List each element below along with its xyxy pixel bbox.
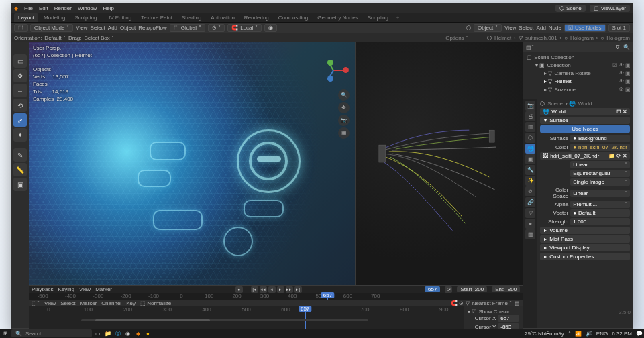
use-nodes-toggle[interactable]: ☑ Use Nodes bbox=[564, 24, 606, 32]
end-frame[interactable]: End 800 bbox=[492, 286, 520, 292]
crumb-scene[interactable]: Scene bbox=[547, 101, 563, 107]
tray-notif[interactable]: 💬 bbox=[636, 331, 643, 337]
section-mist[interactable]: ▸ Mist Pass bbox=[540, 235, 630, 243]
proportional-icon[interactable]: ◉ bbox=[264, 24, 277, 32]
ge-filter-icon[interactable]: ▤ bbox=[515, 300, 520, 306]
proj-dd[interactable]: Equirectangular˅ bbox=[570, 170, 630, 177]
hdri-file[interactable]: 🖼 hdri_scifi_07_2K.hdr📁 ⟳ ✕ bbox=[540, 152, 630, 160]
outliner-helmet[interactable]: ▸ ▽ Helmet👁 ▣ bbox=[525, 78, 631, 86]
jump-start-icon[interactable]: |◂ bbox=[251, 286, 258, 293]
shdr-select[interactable]: Select bbox=[519, 25, 533, 31]
vector-socket[interactable]: ● Default bbox=[570, 209, 630, 217]
outliner-filter-icon[interactable]: ∇ bbox=[616, 44, 619, 50]
chrome-icon[interactable]: ◉ bbox=[123, 329, 132, 338]
tab-modeling[interactable]: Modeling bbox=[40, 13, 69, 22]
frame-lock-icon[interactable]: ⟳ bbox=[445, 286, 452, 293]
tab-layout[interactable]: Layout bbox=[14, 13, 38, 22]
taskbar-search[interactable]: 🔍 Search bbox=[11, 329, 92, 337]
app-icon-2[interactable]: ● bbox=[144, 329, 152, 338]
outliner-camera[interactable]: ▸ ▽ Camera Rotate👁 ▣ bbox=[525, 70, 631, 78]
ptab-texture[interactable]: ▦ bbox=[525, 229, 535, 239]
slot-dd[interactable]: Slot 1 bbox=[608, 24, 630, 32]
transform-global[interactable]: ⬚ Global ˅ bbox=[170, 24, 205, 32]
tool-scale[interactable]: ⤢ bbox=[13, 113, 27, 127]
hdr-select[interactable]: Select bbox=[91, 25, 105, 31]
jump-end-icon[interactable]: ▸| bbox=[294, 286, 302, 293]
outliner-search-icon[interactable]: 🔍 bbox=[623, 44, 630, 50]
normalize-toggle[interactable]: ⬚ Normalize bbox=[140, 300, 171, 306]
imgsrc-dd[interactable]: Single Image˅ bbox=[570, 178, 630, 186]
strength-input[interactable]: 1.000 bbox=[570, 218, 630, 225]
ptab-data[interactable]: ▽ bbox=[525, 208, 535, 218]
tl-playback[interactable]: Playback bbox=[32, 286, 53, 292]
graph-scrollbar[interactable] bbox=[81, 319, 368, 321]
use-nodes-button[interactable]: Use Nodes bbox=[540, 125, 630, 133]
ptab-view[interactable]: ▥ bbox=[525, 122, 535, 132]
ge-marker[interactable]: Marker bbox=[80, 300, 97, 306]
menu-file[interactable]: File bbox=[24, 5, 33, 11]
tl-keying[interactable]: Keying bbox=[58, 286, 74, 292]
weather-widget[interactable]: 29°C Nhiều mây bbox=[525, 331, 564, 337]
nav-gizmo[interactable] bbox=[319, 56, 348, 85]
ge-channel[interactable]: Channel bbox=[101, 300, 121, 306]
scene-dropdown[interactable]: ⬡ Scene bbox=[555, 5, 586, 12]
ptab-output[interactable]: 🖨 bbox=[525, 111, 535, 121]
node-graph[interactable] bbox=[356, 42, 523, 285]
tray-clock[interactable]: 6:32 PM bbox=[612, 331, 632, 337]
outliner-scene[interactable]: ▢ Scene Collection bbox=[525, 54, 631, 62]
start-frame[interactable]: Start 200 bbox=[457, 286, 487, 292]
color-socket[interactable]: ● hdri_scifi_07_2K.hdr bbox=[570, 144, 630, 151]
ge-view[interactable]: View bbox=[44, 300, 56, 306]
taskview-icon[interactable]: ▭ bbox=[93, 329, 102, 338]
tab-sculpting[interactable]: Sculpting bbox=[71, 13, 101, 22]
camera-icon[interactable]: 📷 bbox=[338, 115, 350, 126]
ge-editor-icon[interactable]: ⬚˅ bbox=[32, 300, 40, 306]
blender-task-icon[interactable]: ◆ bbox=[133, 329, 142, 338]
tab-uv[interactable]: UV Editing bbox=[102, 13, 136, 22]
playhead[interactable]: 657 bbox=[327, 293, 328, 300]
orientation-dd[interactable]: Default ˅ bbox=[44, 35, 66, 41]
menu-window[interactable]: Window bbox=[78, 5, 97, 11]
timeline-ruler[interactable]: -500-400 -300-200 -1000 100200 300400 50… bbox=[29, 293, 523, 300]
tool-measure[interactable]: 📏 bbox=[13, 163, 27, 176]
persp-icon[interactable]: ▦ bbox=[338, 127, 350, 139]
tool-select[interactable]: ▭ bbox=[13, 54, 27, 68]
tl-marker[interactable]: Marker bbox=[95, 286, 112, 292]
start-icon[interactable]: ⊞ bbox=[1, 329, 10, 338]
tool-annotate[interactable]: ✎ bbox=[13, 148, 27, 162]
crumb-world[interactable]: World bbox=[578, 101, 592, 107]
ptab-world[interactable]: 🌐 bbox=[525, 144, 535, 154]
tab-compositing[interactable]: Compositing bbox=[274, 13, 312, 22]
menu-help[interactable]: Help bbox=[103, 5, 113, 11]
zoom-icon[interactable]: 🔍 bbox=[338, 89, 350, 101]
drag-dd[interactable]: Select Box ˅ bbox=[85, 35, 114, 41]
viewlayer-dropdown[interactable]: ▢ ViewLayer bbox=[590, 5, 630, 12]
tab-animation[interactable]: Animation bbox=[207, 13, 239, 22]
tray-sound[interactable]: 🔊 bbox=[586, 331, 592, 337]
autokey-icon[interactable]: ● bbox=[235, 286, 243, 293]
play-rev-icon[interactable]: ◂ bbox=[268, 286, 276, 293]
pan-icon[interactable]: ✥ bbox=[338, 102, 350, 113]
ptab-render[interactable]: 📷 bbox=[525, 101, 535, 111]
outliner-mode-icon[interactable]: ▤˅ bbox=[526, 44, 534, 50]
snap-dropdown[interactable]: 🧲 Local ˅ bbox=[227, 24, 262, 32]
prev-key-icon[interactable]: ◂◂ bbox=[260, 286, 267, 293]
shdr-view[interactable]: View bbox=[504, 25, 516, 31]
crumb-1[interactable]: suitmesh.001 bbox=[525, 35, 557, 41]
tray-wifi[interactable]: 📶 bbox=[575, 331, 582, 337]
viewport-options[interactable]: Options ˅ bbox=[445, 35, 468, 41]
tool-addcube[interactable]: ▣ bbox=[13, 178, 27, 191]
colorspace-dd[interactable]: Linear˅ bbox=[570, 190, 630, 197]
ptab-physics[interactable]: ⊚ bbox=[525, 186, 535, 196]
tl-view[interactable]: View bbox=[79, 286, 91, 292]
tab-texpaint[interactable]: Texture Paint bbox=[137, 13, 176, 22]
shdr-node[interactable]: Node bbox=[549, 25, 561, 31]
shader-editor[interactable] bbox=[355, 42, 523, 285]
play-icon[interactable]: ▸ bbox=[277, 286, 284, 293]
section-volume[interactable]: ▸ Volume bbox=[540, 227, 630, 234]
cursor-x-input[interactable]: 657 bbox=[498, 315, 519, 322]
alpha-dd[interactable]: Premulti...˅ bbox=[570, 201, 630, 208]
hdr-object[interactable]: Object bbox=[120, 25, 136, 31]
ptab-material[interactable]: ● bbox=[525, 219, 535, 229]
snap-mode-dd[interactable]: Nearest Frame ˅ bbox=[472, 300, 513, 306]
